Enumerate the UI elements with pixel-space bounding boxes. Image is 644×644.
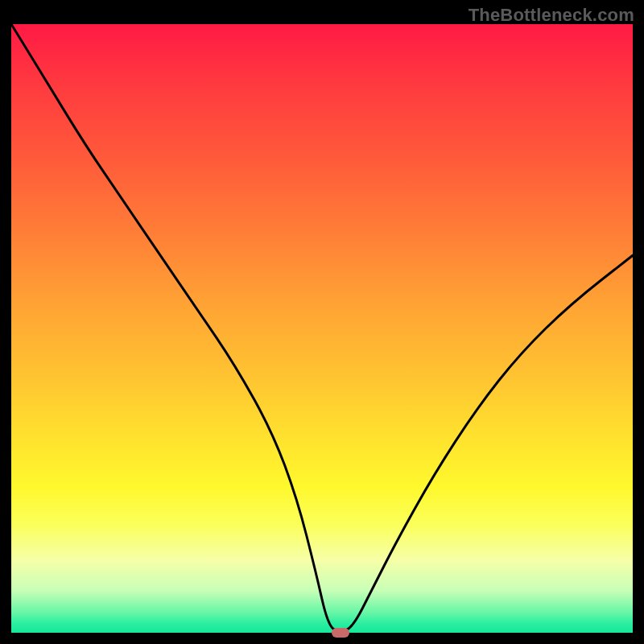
curve-path <box>11 24 633 631</box>
watermark-text: TheBottleneck.com <box>469 5 634 26</box>
bottleneck-curve <box>11 24 633 633</box>
plot-outer <box>11 24 633 633</box>
chart-frame: TheBottleneck.com <box>0 0 644 644</box>
minimum-marker <box>332 628 349 638</box>
